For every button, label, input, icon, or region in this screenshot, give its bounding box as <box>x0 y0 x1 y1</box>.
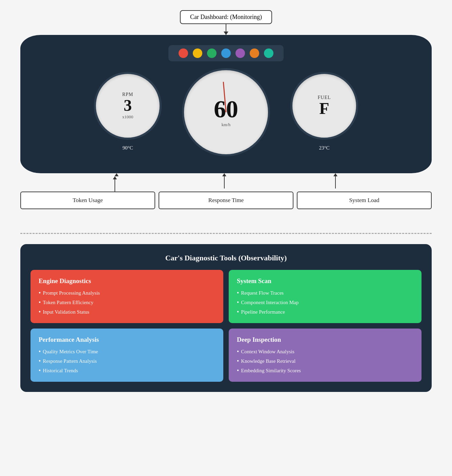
dot-yellow <box>193 48 202 58</box>
card-system-items: Request Flow Traces Component Interactio… <box>237 290 413 316</box>
labels-row: Token Usage Response Time System Load <box>20 192 432 209</box>
card-performance: Performance Analysis Quality Metrics Ove… <box>30 329 223 382</box>
dot-teal <box>264 48 273 58</box>
list-item: Token Pattern Efficiency <box>39 299 215 306</box>
list-item: Request Flow Traces <box>237 290 413 297</box>
list-item: Component Interaction Map <box>237 299 413 306</box>
diagnostics-section: Car's Diagnostic Tools (Observability) E… <box>20 244 432 392</box>
card-deep-items: Context Window Analysis Knowledge Base R… <box>237 348 413 374</box>
fuel-value: F <box>319 100 329 117</box>
card-engine-items: Prompt Processing Analysis Token Pattern… <box>39 290 215 316</box>
dot-orange <box>250 48 259 58</box>
arrow-left <box>115 173 115 192</box>
dot-purple <box>235 48 245 58</box>
diag-grid: Engine Diagnostics Prompt Processing Ana… <box>30 270 422 382</box>
dashed-separator <box>20 233 432 234</box>
diag-title: Car's Diagnostic Tools (Observability) <box>30 254 422 262</box>
list-item: Input Validation Status <box>39 309 215 316</box>
list-item: Embedding Similarity Scores <box>237 367 413 374</box>
list-item: Quality Metrics Over Time <box>39 348 215 355</box>
dashboard-body: RPM 3 x1000 90°C 60 km/h <box>20 35 432 173</box>
dot-blue <box>221 48 231 58</box>
list-item: Prompt Processing Analysis <box>39 290 215 297</box>
fuel-gauge-wrapper: FUEL F 23°C <box>290 72 358 153</box>
card-performance-title: Performance Analysis <box>39 336 215 343</box>
label-token-usage[interactable]: Token Usage <box>20 192 155 209</box>
connectors-row <box>20 173 432 192</box>
temp-right-badge: 23°C <box>313 143 335 153</box>
temp-left-badge: 90°C <box>116 143 139 153</box>
dashboard-section: Car Dashboard: (Monitoring) RPM 3 x1000 <box>20 10 432 209</box>
title-arrow <box>226 24 226 35</box>
list-item: Pipeline Performance <box>237 309 413 316</box>
rpm-gauge: RPM 3 x1000 <box>94 72 162 140</box>
card-deep-title: Deep Inspection <box>237 336 413 343</box>
card-engine: Engine Diagnostics Prompt Processing Ana… <box>30 270 223 323</box>
rpm-sublabel: x1000 <box>122 114 133 120</box>
list-item: Knowledge Base Retrieval <box>237 358 413 365</box>
list-item: Response Pattern Analysis <box>39 358 215 365</box>
list-item: Historical Trends <box>39 367 215 374</box>
dashboard-title: Car Dashboard: (Monitoring) <box>180 10 272 24</box>
card-performance-items: Quality Metrics Over Time Response Patte… <box>39 348 215 374</box>
speed-gauge: 60 km/h <box>182 68 270 156</box>
dashboard-title-text: Car Dashboard: (Monitoring) <box>190 14 262 20</box>
rpm-gauge-wrapper: RPM 3 x1000 90°C <box>94 72 162 153</box>
card-system-title: System Scan <box>237 277 413 285</box>
speed-sublabel: km/h <box>222 122 231 127</box>
gauges-row: RPM 3 x1000 90°C 60 km/h <box>37 68 415 156</box>
fuel-gauge: FUEL F <box>290 72 358 140</box>
dots-bar <box>168 45 284 61</box>
card-engine-title: Engine Diagnostics <box>39 277 215 285</box>
label-system-load[interactable]: System Load <box>297 192 432 209</box>
speed-gauge-wrapper: 60 km/h <box>182 68 270 156</box>
rpm-value: 3 <box>124 97 132 114</box>
label-response-time[interactable]: Response Time <box>159 192 293 209</box>
arrow-right <box>333 173 337 192</box>
list-item: Context Window Analysis <box>237 348 413 355</box>
dot-green <box>207 48 217 58</box>
dot-red <box>179 48 188 58</box>
card-deep: Deep Inspection Context Window Analysis … <box>229 329 422 382</box>
card-system: System Scan Request Flow Traces Componen… <box>229 270 422 323</box>
arrow-center <box>222 173 226 192</box>
